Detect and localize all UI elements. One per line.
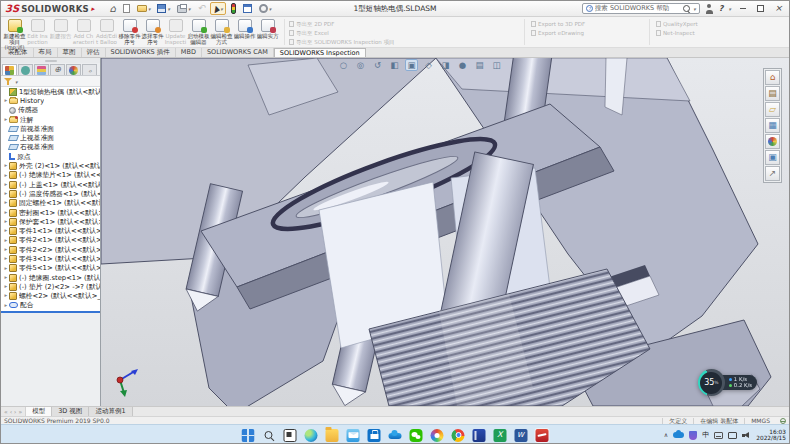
ribbon-button[interactable]: 编辑检查方式 <box>210 18 233 50</box>
taskbar-app-button[interactable] <box>283 428 298 443</box>
select-tool-button[interactable] <box>210 2 226 15</box>
tree-item[interactable]: 1型短轴热电偶 (默认<默认_显示状态-1 <box>1 87 100 96</box>
tree-item[interactable]: ▸ (-) 绝缘垫片<1> (默认<<默认>_显 <box>1 171 100 180</box>
appearances-icon[interactable]: ● <box>765 134 780 149</box>
minimize-button[interactable] <box>736 3 749 15</box>
tab-scroll-arrow-icon[interactable]: ‹ <box>10 409 12 415</box>
tree-item[interactable]: ▸ History <box>1 96 100 105</box>
ribbon-button[interactable]: Add Characteristic <box>72 18 95 50</box>
tree-filter-bar[interactable] <box>1 76 100 87</box>
close-button[interactable] <box>772 3 785 15</box>
tree-item[interactable]: ▸ 螺栓<2> (默认<<默认>_显示状态 <box>1 292 100 301</box>
tree-item[interactable]: ▸ (-) 垫片 (2)<2> ->? (默认<<默认> <box>1 282 100 291</box>
taskbar-app-button[interactable] <box>304 428 319 443</box>
options-button[interactable] <box>257 2 274 15</box>
graphics-viewport[interactable]: ○ ◎ ↺ ◧ ▣ ◇ ◨ ● ▤ ◫ <box>101 58 789 406</box>
manager-tab[interactable] <box>50 64 65 75</box>
ribbon-button[interactable]: 新建报告 <box>49 18 72 50</box>
tree-item[interactable]: ▸ 固定螺栓<1> (默认<<默认>_显示 <box>1 199 100 208</box>
taskbar-clock[interactable]: 16:03 2022/8/15 <box>756 429 786 441</box>
ribbon-tab[interactable]: SOLIDWORKS Inspection <box>274 48 366 57</box>
volume-icon[interactable] <box>742 431 751 439</box>
print-button[interactable] <box>175 2 193 15</box>
help-icon[interactable] <box>719 4 724 13</box>
solidworks-logo[interactable]: 3S SOLIDWORKS <box>5 4 95 14</box>
taskbar-app-button[interactable] <box>367 428 382 443</box>
tree-item[interactable]: ▸ 外壳 (2)<1> (默认<<默认>_显示状 <box>1 161 100 170</box>
taskbar-app-button[interactable] <box>514 428 529 443</box>
previous-view-icon[interactable]: ↺ <box>371 59 384 71</box>
logo-expand-arrow-icon[interactable] <box>91 4 95 13</box>
custom-properties-icon[interactable]: ▣ <box>765 150 780 165</box>
security-shield-icon[interactable] <box>689 431 697 440</box>
manager-tab[interactable] <box>2 64 17 75</box>
export-menu-item[interactable]: 导出至 SOLIDWORKS Inspection 项目 <box>289 38 441 46</box>
manager-tab[interactable] <box>18 64 33 75</box>
rebuild-button[interactable] <box>229 2 238 15</box>
tree-item[interactable]: 原点 <box>1 152 100 161</box>
document-tab[interactable]: 运动算例1 <box>89 407 132 416</box>
pane-file-explorer-icon[interactable]: ▱ <box>765 102 780 117</box>
taskbar-app-button[interactable] <box>241 428 256 443</box>
tree-item[interactable]: ▸ 零件2<2> (默认<<默认>_显示状态 <box>1 245 100 254</box>
ime-keyboard-icon[interactable] <box>714 432 723 439</box>
export-menu-item[interactable]: QualityXpert <box>656 20 738 28</box>
tree-item[interactable]: ▸ 零件1<1> (默认<<默认>_显示状态 <box>1 226 100 235</box>
taskbar-app-button[interactable] <box>451 428 466 443</box>
ribbon-button[interactable]: 编辑实方 <box>256 18 279 50</box>
tree-item[interactable]: ▸ 零件3<1> (默认<<默认>_显示状态 <box>1 254 100 263</box>
tree-item[interactable]: ▸ 密封圈<1> (默认<<默认>_显示状 <box>1 208 100 217</box>
tree-item[interactable]: ▸ 注解 <box>1 115 100 124</box>
tree-item[interactable]: ▸ (-) 温度传感器<1> (默认<<默认>_ <box>1 189 100 198</box>
export-menu-item[interactable]: 导出至 2D PDF <box>289 20 441 28</box>
status-unit-system[interactable]: MMGS <box>744 418 776 424</box>
cad-model-thermocouple-assembly[interactable] <box>101 58 789 406</box>
chevron-down-icon[interactable] <box>220 4 223 13</box>
save-button[interactable] <box>155 2 172 15</box>
taskbar-app-button[interactable] <box>409 428 424 443</box>
ime-language-indicator[interactable]: 中 <box>702 432 709 439</box>
chevron-down-icon[interactable] <box>148 4 151 13</box>
undo-button[interactable] <box>195 2 207 15</box>
tree-item[interactable]: ▸ (-) 上盖<1> (默认<<默认>_显示状 <box>1 180 100 189</box>
chevron-down-icon[interactable] <box>728 4 731 13</box>
help-search-box[interactable]: 搜索 SOLIDWORKS 帮助 <box>582 3 700 14</box>
tree-item[interactable]: ▸ 保护套<1> (默认<<默认>_显示状 <box>1 217 100 226</box>
hide-show-items-icon[interactable]: ◨ <box>439 59 452 71</box>
tree-item[interactable]: 上视基准面 <box>1 133 100 142</box>
chevron-down-icon[interactable] <box>188 4 191 13</box>
ribbon-button[interactable]: Add/Edit Balloons <box>95 18 118 50</box>
cast-display-icon[interactable] <box>728 432 737 439</box>
open-button[interactable] <box>135 2 153 15</box>
performance-overlay[interactable]: 35 % 1 K/s 0.2 K/s <box>698 369 757 396</box>
ribbon-button[interactable]: 选择零件序号 <box>141 18 164 50</box>
taskbar-app-button[interactable] <box>493 428 508 443</box>
taskbar-app-button[interactable] <box>325 428 340 443</box>
export-menu-item[interactable]: 导出至 Excel <box>289 29 441 37</box>
edit-appearance-icon[interactable]: ● <box>456 59 469 71</box>
chevron-down-icon[interactable] <box>693 5 696 13</box>
taskbar-app-button[interactable] <box>346 428 361 443</box>
chevron-down-icon[interactable] <box>269 4 272 13</box>
document-tab[interactable]: 3D 视图 <box>52 407 89 416</box>
taskbar-app-button[interactable] <box>535 428 550 443</box>
ribbon-button[interactable]: 启动模板编辑器 <box>187 18 210 50</box>
section-view-icon[interactable]: ◧ <box>388 59 401 71</box>
ribbon-button[interactable]: 新建检查项目 (imp;词) <box>3 18 26 50</box>
resources-home-icon[interactable]: ⌂ <box>765 70 780 85</box>
view-orientation-icon[interactable]: ▣ <box>405 59 418 71</box>
tree-item[interactable]: ▸ (-) 绝缘圈.step<1> (默认<<默认> <box>1 273 100 282</box>
globe-icon[interactable] <box>780 418 786 424</box>
export-menu-item[interactable]: Export eDrawing <box>531 29 643 37</box>
login-user-icon[interactable] <box>705 4 714 14</box>
view-palette-icon[interactable]: ▦ <box>765 118 780 133</box>
tree-item[interactable]: 前视基准面 <box>1 124 100 133</box>
zoom-area-icon[interactable]: ◎ <box>354 59 367 71</box>
tree-item[interactable]: ▸ 零件5<1> (默认<<默认>_显示状态 <box>1 264 100 273</box>
ribbon-button[interactable]: Edit Inspection Project <box>26 18 49 50</box>
zoom-fit-icon[interactable]: ○ <box>337 59 350 71</box>
document-tab[interactable]: 模型 <box>26 407 52 416</box>
design-library-icon[interactable]: ▤ <box>765 86 780 101</box>
taskbar-app-button[interactable] <box>430 428 445 443</box>
chevron-down-icon[interactable] <box>167 4 170 13</box>
